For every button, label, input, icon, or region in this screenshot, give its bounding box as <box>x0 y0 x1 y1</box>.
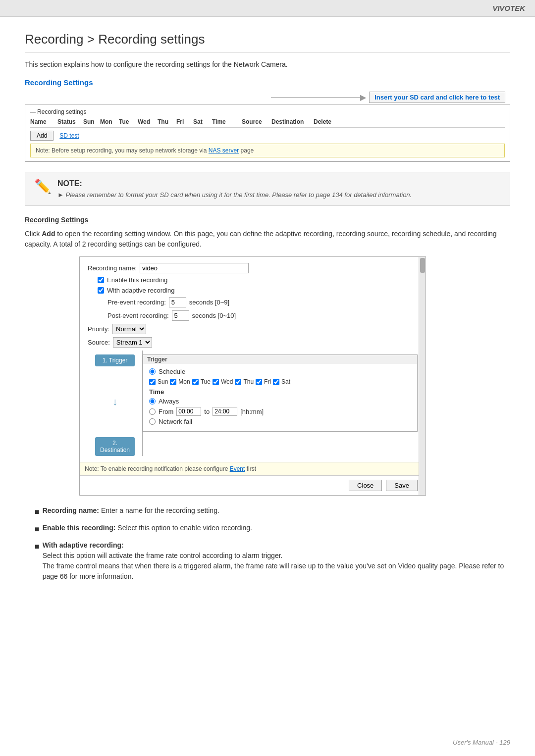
table-header: Name Status Sun Mon Tue Wed Thu Fri Sat … <box>30 118 505 128</box>
note-icon: ✏️ <box>34 178 52 195</box>
sd-test-banner-row: ▶ Insert your SD card and click here to … <box>25 92 505 103</box>
step-trigger-box: 1. Trigger <box>95 354 135 366</box>
intro-text: This section explains how to configure t… <box>25 60 510 68</box>
bullet-sq-1: ■ <box>35 506 40 518</box>
top-bar: VIVOTEK <box>0 0 535 17</box>
sd-test-link[interactable]: SD test <box>59 132 79 139</box>
network-fail-row: Network fail <box>149 418 411 425</box>
day-sun-checkbox[interactable] <box>149 379 156 385</box>
section-heading-recording: Recording Settings <box>25 78 510 87</box>
col-delete: Delete <box>314 118 338 125</box>
event-link[interactable]: Event <box>230 465 245 472</box>
bullet-list: ■ Recording name: Enter a name for the r… <box>35 505 510 582</box>
day-sat-checkbox[interactable] <box>273 379 279 385</box>
post-event-row: Post-event recording: seconds [0~10] <box>107 310 418 321</box>
day-fri-label: Fri <box>264 378 271 385</box>
col-source: Source <box>242 118 271 125</box>
col-time: Time <box>212 118 242 125</box>
scrollbar[interactable] <box>419 257 426 495</box>
recording-name-input[interactable] <box>140 263 249 273</box>
adaptive-recording-row: With adaptive recording <box>98 287 418 294</box>
col-destination: Destination <box>271 118 314 125</box>
bullet-text-2: Enable this recording: Select this optio… <box>43 523 510 533</box>
to-time-input[interactable] <box>213 407 237 416</box>
config-window-inner: Recording name: Enable this recording Wi… <box>80 257 426 462</box>
pre-event-input[interactable] <box>169 297 186 307</box>
from-radio[interactable] <box>149 408 156 415</box>
bullet-text-3: With adaptive recording: Select this opt… <box>43 540 510 582</box>
schedule-label: Schedule <box>159 368 185 375</box>
day-tue-label: Tue <box>201 378 211 385</box>
scrollbar-thumb <box>420 258 425 273</box>
trigger-inner: Schedule Sun Mon Tue We <box>143 364 417 431</box>
section-subheading-recording: Recording Settings <box>25 216 510 224</box>
day-thu-label: Thu <box>243 378 254 385</box>
add-row: Add SD test <box>30 131 505 141</box>
network-fail-radio[interactable] <box>149 418 156 425</box>
note-panel-content: NOTE: ► Please remember to format your S… <box>57 179 412 199</box>
sd-test-banner[interactable]: Insert your SD card and click here to te… <box>369 92 505 103</box>
trigger-title-bar: Trigger <box>143 355 417 364</box>
note-body: ► Please remember to format your SD card… <box>57 191 412 199</box>
always-label: Always <box>159 398 179 405</box>
time-format-label: [hh:mm] <box>240 408 264 415</box>
save-button[interactable]: Save <box>386 480 418 491</box>
close-button[interactable]: Close <box>349 480 382 491</box>
note-panel: ✏️ NOTE: ► Please remember to format you… <box>25 172 510 206</box>
schedule-radio-row: Schedule <box>149 368 411 375</box>
day-mon-checkbox[interactable] <box>170 379 176 385</box>
config-footer: Note: To enable recording notification p… <box>80 462 426 475</box>
col-wed: Wed <box>138 118 158 125</box>
adaptive-recording-label: With adaptive recording <box>107 287 175 294</box>
body-text-recording: Click Add to open the recording setting … <box>25 229 510 250</box>
day-fri-checkbox[interactable] <box>256 379 262 385</box>
network-fail-label: Network fail <box>159 418 192 425</box>
from-to-row: From to [hh:mm] <box>149 407 411 416</box>
nas-server-link[interactable]: NAS server <box>209 147 239 154</box>
step-destination-box: 2. Destination <box>95 437 135 456</box>
time-label: Time <box>149 388 411 396</box>
from-label: From <box>159 408 173 415</box>
arrow-head-icon: ▶ <box>360 93 366 102</box>
brand-name: VIVOTEK <box>492 4 525 12</box>
config-window: Recording name: Enable this recording Wi… <box>79 256 426 496</box>
days-row: Sun Mon Tue Wed Thu Fri <box>149 378 411 385</box>
page-title: Recording > Recording settings <box>25 32 510 52</box>
post-event-input[interactable] <box>172 310 189 321</box>
add-button[interactable]: Add <box>30 131 54 141</box>
enable-recording-label: Enable this recording <box>107 276 167 284</box>
adaptive-recording-checkbox[interactable] <box>98 287 104 294</box>
enable-recording-checkbox[interactable] <box>98 277 104 283</box>
priority-row: Priority: Normal High Low <box>88 324 418 334</box>
trigger-section: Trigger Schedule Sun <box>143 354 418 432</box>
step-destination: 2. Destination <box>95 437 135 456</box>
bullet-sq-3: ■ <box>35 541 40 553</box>
day-sat-label: Sat <box>281 378 290 385</box>
post-event-unit: seconds [0~10] <box>192 312 236 319</box>
day-wed-checkbox[interactable] <box>213 379 219 385</box>
schedule-radio[interactable] <box>149 368 156 375</box>
config-buttons: Close Save <box>80 475 426 495</box>
box-title: — Recording settings <box>30 108 505 115</box>
right-trigger: Trigger Schedule Sun <box>142 351 418 456</box>
page-footer: User's Manual - 129 <box>453 739 510 746</box>
source-label: Source: <box>88 339 110 346</box>
note-nas-box: Note: Before setup recording, you may se… <box>30 144 505 157</box>
always-row: Always <box>149 398 411 405</box>
step-trigger: 1. Trigger <box>95 354 135 366</box>
source-select[interactable]: Stream 1 Stream 2 <box>113 337 152 348</box>
day-thu-checkbox[interactable] <box>235 379 241 385</box>
to-label: to <box>204 408 210 415</box>
time-section: Time Always From <box>149 388 411 425</box>
always-radio[interactable] <box>149 398 156 404</box>
col-thu: Thu <box>158 118 176 125</box>
post-event-label: Post-event recording: <box>107 312 169 319</box>
bullet-item-3: ■ With adaptive recording: Select this o… <box>35 540 510 582</box>
day-tue-checkbox[interactable] <box>192 379 199 385</box>
from-time-input[interactable] <box>176 407 201 416</box>
col-name: Name <box>30 118 57 125</box>
left-steps: 1. Trigger ↓ 2. Destination <box>88 351 142 456</box>
priority-select[interactable]: Normal High Low <box>112 324 146 334</box>
note-title: NOTE: <box>57 179 412 188</box>
arrow-line <box>271 97 360 98</box>
